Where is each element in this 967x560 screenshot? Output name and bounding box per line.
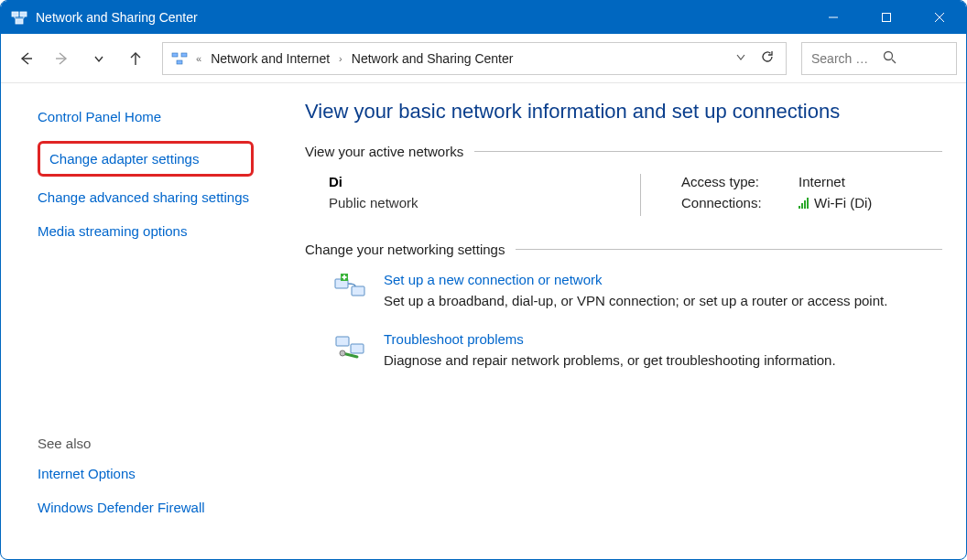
svg-rect-1 xyxy=(20,12,27,16)
troubleshoot-item[interactable]: Troubleshoot problems Diagnose and repai… xyxy=(305,331,942,371)
sidebar-link-advanced-sharing[interactable]: Change advanced sharing settings xyxy=(38,188,254,207)
sidebar-link-internet-options[interactable]: Internet Options xyxy=(38,464,254,483)
change-settings-header: Change your networking settings xyxy=(305,242,942,257)
access-type-label: Access type: xyxy=(681,174,782,189)
troubleshoot-icon xyxy=(332,331,367,366)
sidebar-link-adapter-settings[interactable]: Change adapter settings xyxy=(38,141,254,177)
see-also-section: See also Internet Options Windows Defend… xyxy=(38,436,254,541)
minimize-button[interactable] xyxy=(807,1,860,34)
wifi-signal-icon xyxy=(799,198,809,209)
active-network-row: Di Public network Access type: Internet … xyxy=(305,174,942,216)
svg-rect-21 xyxy=(351,344,364,353)
window-titlebar: Network and Sharing Center xyxy=(1,1,966,34)
breadcrumb-overflow-icon[interactable]: « xyxy=(196,53,201,64)
sidebar-link-media-streaming[interactable]: Media streaming options xyxy=(38,221,254,241)
svg-rect-10 xyxy=(172,53,178,57)
svg-rect-20 xyxy=(336,337,349,346)
setup-connection-item[interactable]: Set up a new connection or network Set u… xyxy=(305,272,942,311)
breadcrumb-item[interactable]: Network and Sharing Center xyxy=(348,49,517,68)
svg-rect-4 xyxy=(883,14,891,22)
page-heading: View your basic network information and … xyxy=(305,100,942,124)
chevron-right-icon: › xyxy=(339,53,342,64)
sidebar: Control Panel Home Change adapter settin… xyxy=(1,83,272,559)
network-identity: Di Public network xyxy=(329,174,603,216)
maximize-button[interactable] xyxy=(860,1,913,34)
location-icon xyxy=(170,49,189,68)
svg-rect-16 xyxy=(352,286,364,296)
recent-dropdown-button[interactable] xyxy=(83,43,114,74)
troubleshoot-title: Troubleshoot problems xyxy=(384,331,524,347)
network-details: Access type: Internet Connections: Wi-Fi… xyxy=(678,174,942,216)
breadcrumb-item[interactable]: Network and Internet xyxy=(207,49,333,68)
setup-connection-title: Set up a new connection or network xyxy=(384,272,602,287)
navigation-toolbar: « Network and Internet › Network and Sha… xyxy=(1,34,966,83)
connection-link[interactable]: Wi-Fi (Di) xyxy=(799,195,872,210)
sidebar-link-home[interactable]: Control Panel Home xyxy=(38,107,254,126)
up-button[interactable] xyxy=(120,43,151,74)
svg-rect-19 xyxy=(342,276,347,278)
troubleshoot-desc: Diagnose and repair network problems, or… xyxy=(384,350,836,371)
svg-line-14 xyxy=(892,59,896,63)
address-bar[interactable]: « Network and Internet › Network and Sha… xyxy=(162,42,787,75)
access-type-value: Internet xyxy=(799,174,845,189)
see-also-label: See also xyxy=(38,436,254,451)
svg-point-22 xyxy=(340,350,345,356)
forward-button[interactable] xyxy=(47,43,78,74)
svg-rect-11 xyxy=(181,53,187,57)
app-icon xyxy=(10,8,28,27)
vertical-divider xyxy=(640,174,641,216)
close-button[interactable] xyxy=(913,1,966,34)
search-icon xyxy=(883,50,947,67)
connections-label: Connections: xyxy=(681,195,782,210)
svg-point-13 xyxy=(885,51,893,59)
main-panel: View your basic network information and … xyxy=(272,83,966,559)
search-input[interactable]: Search C... xyxy=(801,42,957,75)
address-dropdown-button[interactable] xyxy=(734,50,747,66)
window-title: Network and Sharing Center xyxy=(36,10,807,25)
network-type: Public network xyxy=(329,195,603,210)
search-placeholder: Search C... xyxy=(811,51,875,66)
setup-connection-icon xyxy=(332,272,367,307)
window-controls xyxy=(807,1,966,34)
svg-rect-12 xyxy=(177,60,182,64)
active-networks-header: View your active networks xyxy=(305,144,942,159)
refresh-button[interactable] xyxy=(760,49,775,67)
network-name: Di xyxy=(329,174,603,189)
sidebar-link-firewall[interactable]: Windows Defender Firewall xyxy=(38,498,254,517)
back-button[interactable] xyxy=(10,43,41,74)
content-area: Control Panel Home Change adapter settin… xyxy=(1,83,966,559)
svg-rect-2 xyxy=(16,19,23,24)
setup-connection-desc: Set up a broadband, dial-up, or VPN conn… xyxy=(384,291,887,311)
svg-rect-0 xyxy=(12,12,18,16)
